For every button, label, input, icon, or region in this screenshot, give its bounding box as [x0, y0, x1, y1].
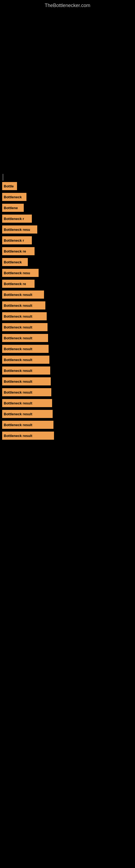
bar-row-21: Bottleneck result: [2, 410, 135, 418]
bottleneck-bar-19: Bottleneck result: [2, 388, 51, 396]
bottleneck-bar-12: Bottleneck result: [2, 312, 47, 320]
bottleneck-bar-0: Bottle: [2, 182, 17, 190]
bottleneck-bar-3: Bottleneck r: [2, 215, 32, 223]
bottleneck-bar-2: Bottlene: [2, 204, 24, 212]
bar-row-0: Bottle: [2, 182, 135, 190]
bottleneck-bar-5: Bottleneck r: [2, 236, 32, 244]
bar-row-13: Bottleneck result: [2, 323, 135, 331]
bar-row-8: Bottleneck resu: [2, 269, 135, 277]
bar-row-23: Bottleneck result: [2, 432, 135, 440]
bar-row-7: Bottleneck: [2, 258, 135, 266]
bottleneck-bar-22: Bottleneck result: [2, 421, 53, 429]
bottleneck-bar-11: Bottleneck result: [2, 301, 45, 310]
bottleneck-bar-4: Bottleneck resu: [2, 225, 37, 234]
bar-row-9: Bottleneck re: [2, 280, 135, 288]
bar-row-6: Bottleneck re: [2, 247, 135, 255]
vertical-marker: [3, 174, 3, 181]
bottleneck-bar-15: Bottleneck result: [2, 345, 49, 353]
chart-black-top: [2, 17, 135, 174]
bottleneck-bar-10: Bottleneck result: [2, 290, 44, 299]
bottleneck-bar-17: Bottleneck result: [2, 367, 50, 375]
bar-row-19: Bottleneck result: [2, 388, 135, 396]
bar-row-17: Bottleneck result: [2, 367, 135, 375]
bottleneck-bar-23: Bottleneck result: [2, 432, 54, 440]
bar-row-15: Bottleneck result: [2, 345, 135, 353]
bar-row-11: Bottleneck result: [2, 301, 135, 310]
bottleneck-bar-20: Bottleneck result: [2, 399, 52, 407]
chart-area: BottleBottleneckBottleneBottleneck rBott…: [0, 11, 135, 440]
bar-row-3: Bottleneck r: [2, 215, 135, 223]
bottleneck-bar-13: Bottleneck result: [2, 323, 48, 331]
bar-row-2: Bottlene: [2, 204, 135, 212]
bottleneck-bar-16: Bottleneck result: [2, 355, 49, 364]
site-title-container: TheBottlenecker.com: [0, 0, 135, 11]
bar-row-4: Bottleneck resu: [2, 225, 135, 234]
bar-row-18: Bottleneck result: [2, 377, 135, 385]
bar-row-10: Bottleneck result: [2, 290, 135, 299]
bar-row-5: Bottleneck r: [2, 236, 135, 244]
bar-row-22: Bottleneck result: [2, 421, 135, 429]
bars-container: BottleBottleneckBottleneBottleneck rBott…: [2, 182, 135, 440]
bottleneck-bar-21: Bottleneck result: [2, 410, 53, 418]
bar-row-20: Bottleneck result: [2, 399, 135, 407]
bottleneck-bar-7: Bottleneck: [2, 258, 28, 266]
bottleneck-bar-9: Bottleneck re: [2, 280, 35, 288]
bottleneck-bar-8: Bottleneck resu: [2, 269, 39, 277]
bottleneck-bar-18: Bottleneck result: [2, 377, 51, 385]
bar-row-14: Bottleneck result: [2, 334, 135, 342]
bottleneck-bar-14: Bottleneck result: [2, 334, 48, 342]
bottleneck-bar-6: Bottleneck re: [2, 247, 35, 255]
bar-row-16: Bottleneck result: [2, 355, 135, 364]
bottleneck-bar-1: Bottleneck: [2, 193, 27, 201]
site-title: TheBottlenecker.com: [0, 0, 135, 11]
bar-row-1: Bottleneck: [2, 193, 135, 201]
bar-row-12: Bottleneck result: [2, 312, 135, 320]
